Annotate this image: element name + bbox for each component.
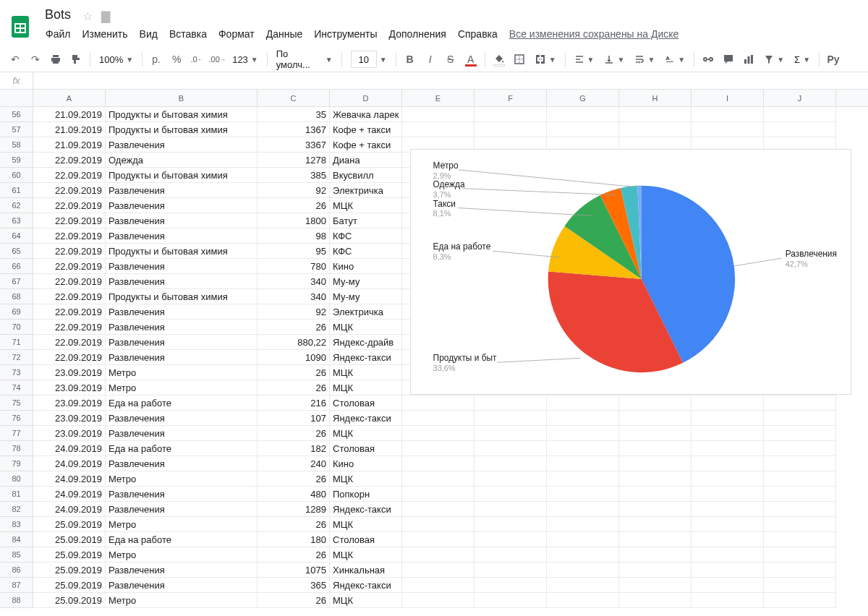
cell[interactable]: Столовая [330, 395, 402, 411]
filter-dropdown[interactable]: ▼ [760, 50, 788, 69]
cell[interactable] [475, 517, 547, 532]
row-header[interactable]: 59 [0, 153, 33, 168]
cell[interactable] [619, 411, 692, 426]
cell[interactable] [692, 471, 764, 487]
vertical-align-dropdown[interactable]: ▼ [600, 50, 629, 69]
cell[interactable]: Развлечения [106, 228, 258, 244]
cell[interactable]: МЦК [330, 365, 402, 380]
row-header[interactable]: 84 [0, 532, 33, 547]
row-header[interactable]: 71 [0, 335, 33, 350]
column-header-A[interactable]: A [33, 90, 106, 106]
column-header-G[interactable]: G [547, 90, 619, 106]
cell[interactable] [619, 593, 692, 608]
cell[interactable] [764, 426, 836, 441]
text-color-button[interactable]: A [461, 50, 480, 69]
row-header[interactable]: 57 [0, 122, 33, 137]
cell[interactable] [475, 395, 547, 411]
column-header-I[interactable]: I [692, 90, 764, 106]
cell[interactable]: Продукты и бытовая химия [106, 122, 258, 137]
text-wrap-dropdown[interactable]: ▼ [630, 50, 659, 69]
italic-button[interactable]: I [421, 50, 440, 69]
cell[interactable] [402, 426, 475, 441]
cell[interactable] [547, 107, 619, 122]
fill-color-button[interactable] [490, 50, 509, 69]
cell[interactable]: Яндекс-такси [330, 350, 402, 365]
cell[interactable]: Развлечения [106, 335, 258, 350]
row-header[interactable]: 76 [0, 411, 33, 426]
strikethrough-button[interactable]: S [441, 50, 460, 69]
cell[interactable]: 22.09.2019 [33, 320, 106, 335]
cell[interactable]: МЦК [330, 320, 402, 335]
column-header-C[interactable]: C [258, 90, 330, 106]
cell[interactable] [402, 456, 475, 471]
cell[interactable]: Метро [106, 547, 258, 562]
cell[interactable] [475, 107, 547, 122]
cell[interactable]: 24.09.2019 [33, 441, 106, 456]
paint-format-button[interactable] [67, 50, 85, 69]
cell[interactable]: Развлечения [106, 183, 258, 198]
cell[interactable]: 21.09.2019 [33, 107, 106, 122]
cell[interactable] [692, 532, 764, 547]
cell[interactable]: 1367 [258, 122, 330, 137]
cell[interactable] [692, 547, 764, 562]
cell[interactable] [692, 502, 764, 517]
menu-вставка[interactable]: Вставка [164, 25, 212, 43]
cell[interactable]: Продукты и бытовая химия [106, 244, 258, 259]
cell[interactable] [692, 578, 764, 593]
cell[interactable]: МЦК [330, 471, 402, 487]
cell[interactable]: Кофе + такси [330, 137, 402, 153]
cell[interactable]: 23.09.2019 [33, 380, 106, 395]
print-button[interactable] [46, 50, 65, 69]
cell[interactable]: Еда на работе [106, 395, 258, 411]
cell[interactable]: 92 [258, 183, 330, 198]
cell[interactable]: 24.09.2019 [33, 456, 106, 471]
cell[interactable]: 107 [258, 411, 330, 426]
cell[interactable] [547, 456, 619, 471]
cell[interactable] [692, 441, 764, 456]
cell[interactable]: 25.09.2019 [33, 517, 106, 532]
row-header[interactable]: 78 [0, 441, 33, 456]
cell[interactable] [547, 471, 619, 487]
cell[interactable]: 92 [258, 304, 330, 320]
cell[interactable] [402, 122, 475, 137]
row-header[interactable]: 60 [0, 168, 33, 183]
cell[interactable] [475, 122, 547, 137]
row-header[interactable]: 79 [0, 456, 33, 471]
cell[interactable] [619, 487, 692, 502]
cell[interactable] [475, 411, 547, 426]
cell[interactable] [764, 395, 836, 411]
currency-button[interactable]: р. [147, 50, 166, 69]
cell[interactable]: Развлечения [106, 304, 258, 320]
row-header[interactable]: 67 [0, 274, 33, 289]
cell[interactable]: Развлечения [106, 137, 258, 153]
font-dropdown[interactable]: По умолч...▼ [272, 50, 337, 69]
cell[interactable] [692, 395, 764, 411]
cell[interactable]: Одежда [106, 153, 258, 168]
cell[interactable]: Развлечения [106, 487, 258, 502]
cell[interactable] [764, 122, 836, 137]
cell[interactable] [619, 547, 692, 562]
cell[interactable] [547, 395, 619, 411]
borders-button[interactable] [510, 50, 529, 69]
cell[interactable]: 340 [258, 274, 330, 289]
horizontal-align-dropdown[interactable]: ▼ [570, 50, 599, 69]
cell[interactable]: Развлечения [106, 426, 258, 441]
cell[interactable]: 26 [258, 593, 330, 608]
cell[interactable] [692, 593, 764, 608]
cell[interactable]: Хинкальная [330, 562, 402, 578]
cell[interactable]: Яндекс-драйв [330, 335, 402, 350]
cell[interactable]: Столовая [330, 441, 402, 456]
cell[interactable]: КФС [330, 244, 402, 259]
cell[interactable] [547, 562, 619, 578]
row-header[interactable]: 70 [0, 320, 33, 335]
cell[interactable] [547, 532, 619, 547]
text-rotation-dropdown[interactable]: ▼ [660, 50, 689, 69]
pie-chart[interactable]: Развлечения42,7%Продукты и быт33,6%Еда н… [410, 149, 851, 395]
cell[interactable]: МЦК [330, 380, 402, 395]
cell[interactable]: Диана [330, 153, 402, 168]
cell[interactable] [692, 517, 764, 532]
cell[interactable]: МЦК [330, 198, 402, 213]
column-header-H[interactable]: H [619, 90, 692, 106]
cell[interactable] [764, 471, 836, 487]
cell[interactable] [764, 578, 836, 593]
